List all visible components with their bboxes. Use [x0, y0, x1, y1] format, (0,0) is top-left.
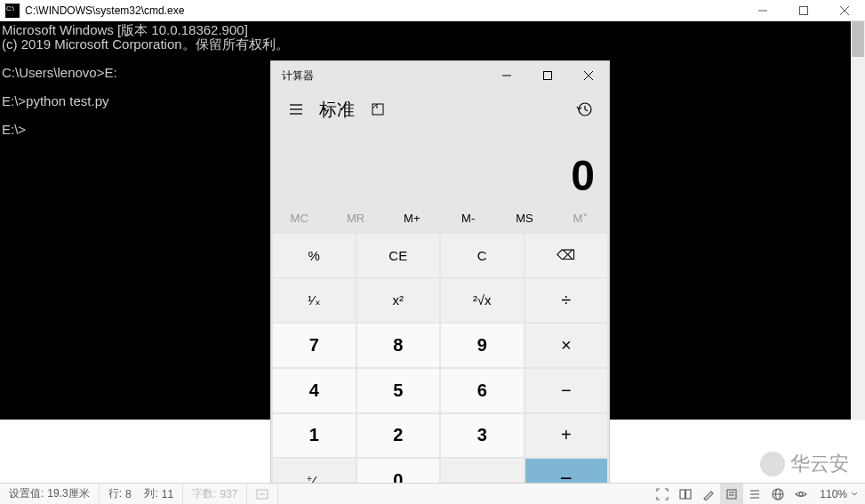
backspace-key[interactable]: ⌫	[525, 234, 608, 277]
ce-key[interactable]: CE	[357, 234, 440, 277]
divide-key[interactable]: ÷	[525, 279, 608, 323]
svg-rect-11	[372, 104, 383, 115]
key-1[interactable]: 1	[273, 414, 356, 458]
svg-rect-1	[800, 6, 808, 14]
add-key[interactable]: +	[525, 414, 608, 458]
svg-rect-15	[680, 490, 685, 499]
cmd-window-controls	[742, 0, 865, 21]
calculator-window: 计算器 标准 0 MC MR M+ M- MS M˅ % CE C ⌫ ¹⁄ₓ …	[271, 61, 609, 504]
status-col-value: 11	[162, 488, 173, 500]
web-layout-icon[interactable]	[766, 484, 789, 505]
history-icon[interactable]	[566, 92, 602, 127]
status-count-label: 字数:	[192, 486, 216, 501]
mc-button[interactable]: MC	[271, 204, 327, 232]
cmd-minimize-button[interactable]	[742, 0, 783, 21]
svg-rect-17	[727, 490, 736, 499]
square-key[interactable]: x²	[357, 279, 440, 323]
key-9[interactable]: 9	[441, 324, 524, 367]
key-4[interactable]: 4	[273, 369, 356, 412]
status-line[interactable]: 行: 8 列: 11	[100, 484, 183, 504]
sqrt-key[interactable]: ²√x	[441, 279, 524, 323]
subtract-key[interactable]: −	[525, 369, 608, 412]
c-key[interactable]: C	[441, 234, 524, 277]
svg-rect-5	[544, 72, 552, 80]
status-bar: 设置值: 19.3厘米 行: 8 列: 11 字数: 937 110%	[0, 483, 865, 504]
cmd-line: E:\>python test.py	[2, 93, 109, 108]
status-line-label: 行:	[108, 486, 122, 501]
calc-display-value: 0	[571, 151, 595, 200]
ms-button[interactable]: MS	[496, 204, 552, 232]
status-insert-mode[interactable]	[247, 484, 278, 504]
calc-keypad: % CE C ⌫ ¹⁄ₓ x² ²√x ÷ 7 8 9 × 4 5 6 − 1 …	[271, 232, 609, 504]
percent-key[interactable]: %	[273, 234, 356, 277]
svg-point-26	[799, 492, 803, 496]
zoom-control[interactable]: 110%	[813, 488, 865, 500]
mminus-button[interactable]: M-	[440, 204, 496, 232]
calc-titlebar: 计算器	[271, 61, 609, 90]
focus-mode-icon[interactable]	[651, 484, 674, 505]
calc-mode-label: 标准	[319, 98, 355, 122]
calc-title: 计算器	[271, 68, 486, 84]
cmd-close-button[interactable]	[824, 0, 865, 21]
chevron-down-icon	[851, 491, 858, 498]
key-2[interactable]: 2	[357, 414, 440, 458]
cmd-titlebar: C:\WINDOWS\system32\cmd.exe	[0, 0, 865, 21]
mplus-button[interactable]: M+	[384, 204, 440, 232]
cmd-maximize-button[interactable]	[783, 0, 824, 21]
calc-maximize-button[interactable]	[527, 61, 568, 90]
calc-memory-row: MC MR M+ M- MS M˅	[271, 204, 609, 232]
status-measure[interactable]: 设置值: 19.3厘米	[0, 484, 100, 504]
hamburger-icon[interactable]	[278, 92, 314, 127]
multiply-key[interactable]: ×	[525, 324, 608, 367]
status-measure-value: 19.3厘米	[47, 486, 89, 501]
cmd-line: E:\>	[2, 122, 26, 137]
cmd-title: C:\WINDOWS\system32\cmd.exe	[25, 4, 742, 17]
mlist-button[interactable]: M˅	[553, 204, 609, 232]
calc-display: 0	[271, 129, 609, 204]
print-layout-icon[interactable]	[720, 484, 743, 505]
read-mode-icon[interactable]	[674, 484, 697, 505]
status-count-value: 937	[220, 488, 237, 500]
mr-button[interactable]: MR	[327, 204, 383, 232]
calc-close-button[interactable]	[568, 61, 609, 90]
cmd-scrollbar[interactable]	[851, 21, 865, 420]
calc-minimize-button[interactable]	[486, 61, 527, 90]
outline-icon[interactable]	[743, 484, 766, 505]
edit-mode-icon[interactable]	[697, 484, 720, 505]
keep-on-top-icon[interactable]	[360, 92, 396, 127]
cmd-icon	[5, 4, 20, 18]
status-line-value: 8	[125, 488, 132, 500]
key-3[interactable]: 3	[441, 414, 524, 458]
key-7[interactable]: 7	[273, 324, 356, 367]
reciprocal-key[interactable]: ¹⁄ₓ	[273, 279, 356, 323]
svg-rect-16	[686, 490, 692, 499]
key-5[interactable]: 5	[357, 369, 440, 412]
eye-icon[interactable]	[789, 484, 813, 505]
status-measure-label: 设置值:	[9, 486, 44, 501]
status-wordcount[interactable]: 字数: 937	[183, 484, 247, 504]
zoom-value: 110%	[820, 488, 847, 500]
key-6[interactable]: 6	[441, 369, 524, 412]
cmd-line: (c) 2019 Microsoft Corporation。保留所有权利。	[2, 36, 289, 52]
key-8[interactable]: 8	[357, 324, 440, 367]
cmd-line: C:\Users\lenovo>E:	[2, 65, 117, 80]
cmd-line: Microsoft Windows [版本 10.0.18362.900]	[2, 22, 248, 37]
calc-header: 标准	[271, 90, 609, 129]
cmd-scrollbar-thumb[interactable]	[852, 21, 864, 57]
status-col-label: 列:	[144, 486, 157, 501]
